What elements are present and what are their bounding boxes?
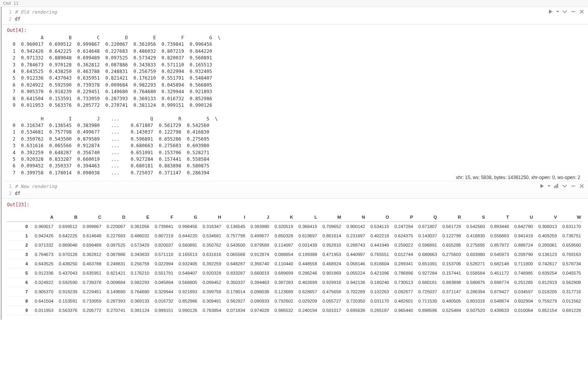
svg-rect-2 (556, 185, 557, 188)
col-header: W (558, 213, 583, 222)
code-editor-1[interactable]: 12 # Old renderingdf (2, 7, 588, 24)
minimize-icon[interactable] (570, 183, 576, 189)
text-output-1: A B C D E F G \ 0 0.960017 0.699512 0.99… (7, 35, 583, 176)
col-header: S (462, 213, 486, 222)
col-header: B (55, 213, 79, 222)
collapse-icon[interactable] (562, 9, 568, 15)
col-header: O (367, 213, 391, 222)
col-header: C (79, 213, 103, 222)
col-header: N (343, 213, 367, 222)
minimize-icon[interactable] (570, 9, 576, 15)
col-header: T (486, 213, 511, 222)
col-header: A (31, 213, 55, 222)
close-icon[interactable] (579, 183, 585, 189)
col-header: H (199, 213, 223, 222)
out-prompt-1: Out[4]: (7, 28, 583, 33)
svg-rect-0 (571, 11, 576, 12)
connection-status: xhr: 15, ws: 5838, bytes: 14361250, xhr-… (456, 174, 580, 181)
dropdown-icon[interactable] (556, 9, 559, 15)
table-row: 00.9600170.6995120.9998670.2200670.36105… (7, 222, 583, 231)
svg-rect-1 (554, 186, 555, 188)
table-row: 60.0249220.5925900.7393780.0096840.98229… (7, 278, 583, 287)
chart-icon[interactable] (553, 183, 559, 189)
table-row: 90.0119530.5633760.2057720.2707410.38112… (7, 306, 583, 315)
col-header: U (511, 213, 535, 222)
col-header: F (151, 213, 175, 222)
col-header: I (223, 213, 247, 222)
svg-rect-3 (557, 184, 558, 188)
table-row: 30.7846730.9701280.3628120.0878860.34383… (7, 250, 583, 259)
col-header: Q (415, 213, 439, 222)
code-editor-2[interactable]: 12 # New renderingdf (2, 181, 588, 199)
cell-toolbar-1 (548, 9, 585, 15)
output-2: Out[23]: ABCDEFGHIJKLMNOPQRSTUVW 00.9600… (2, 199, 588, 320)
run-button[interactable] (548, 9, 554, 15)
table-row: 10.9424260.6422250.6146480.2276830.48603… (7, 231, 583, 240)
col-header: E (127, 213, 151, 222)
run-button[interactable] (539, 183, 545, 189)
output-1: Out[4]: A B C D E F G \ 0 0.960017 0.699… (2, 24, 588, 181)
col-header: K (271, 213, 295, 222)
code-text[interactable]: # Old renderingdf (15, 9, 588, 23)
line-gutter: 12 (2, 9, 15, 23)
col-header: V (534, 213, 558, 222)
dataframe-table: ABCDEFGHIJKLMNOPQRSTUVW 00.9600170.69951… (7, 213, 583, 315)
table-header-row: ABCDEFGHIJKLMNOPQRSTUVW (7, 213, 583, 222)
col-header: G (175, 213, 199, 222)
col-header: P (391, 213, 415, 222)
cell-label: Cmd 11 (0, 0, 588, 7)
col-header: R (439, 213, 463, 222)
code-text[interactable]: # New renderingdf (15, 183, 588, 197)
close-icon[interactable] (579, 9, 585, 15)
table-row: 50.9123360.4370430.6359510.8214210.17621… (7, 268, 583, 278)
col-header: L (295, 213, 319, 222)
dropdown-icon[interactable] (548, 183, 551, 189)
cell-2: 12 # New renderingdf Out[23]: ABCDEFGHIJ… (1, 181, 588, 320)
col-header: D (103, 213, 127, 222)
table-row: 80.6415040.1535910.7330590.2873930.36913… (7, 296, 583, 306)
cell-toolbar-2 (539, 183, 585, 189)
table-row: 40.6435250.4382500.4637880.2488310.25675… (7, 259, 583, 268)
table-row: 20.9713320.8890480.6994890.0975250.57342… (7, 240, 583, 250)
col-header: M (319, 213, 343, 222)
line-gutter: 12 (2, 183, 15, 197)
out-prompt-2: Out[23]: (7, 202, 583, 207)
cell-1: 12 # Old renderingdf Out[4]: A B C D E F… (1, 7, 588, 181)
table-row: 70.9053700.9182390.2294510.1496800.76468… (7, 287, 583, 296)
collapse-icon[interactable] (562, 183, 568, 189)
col-header: J (247, 213, 271, 222)
svg-rect-4 (571, 186, 576, 186)
